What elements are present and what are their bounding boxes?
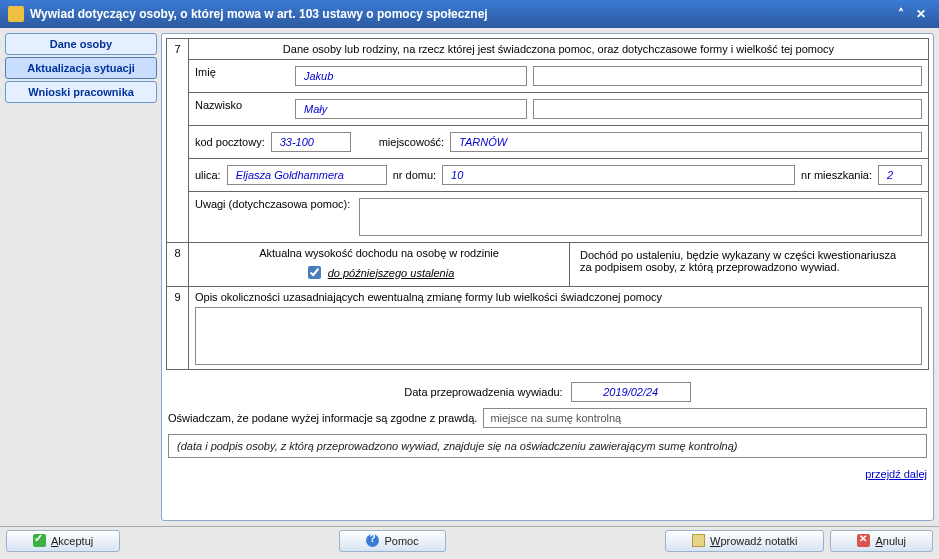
- app-icon: [8, 6, 24, 22]
- form-table: 7 Dane osoby lub rodziny, na rzecz które…: [166, 38, 929, 370]
- field-imie2[interactable]: [533, 66, 922, 86]
- label-miejscowosc: miejscowość:: [379, 136, 444, 148]
- sidebar: Dane osoby Aktualizacja sytuacji Wnioski…: [5, 33, 157, 521]
- sidebar-tab-dane-osoby[interactable]: Dane osoby: [5, 33, 157, 55]
- sidebar-tab-wnioski[interactable]: Wnioski pracownika: [5, 81, 157, 103]
- field-nrm[interactable]: [878, 165, 922, 185]
- main-panel: 7 Dane osoby lub rodziny, na rzecz które…: [161, 33, 934, 521]
- cancel-button[interactable]: Anuluj: [830, 530, 933, 552]
- label-nrm: nr mieszkania:: [801, 169, 872, 181]
- footer: Akceptuj Pomoc Wprowadź notatki Anuluj: [0, 526, 939, 554]
- minimize-icon[interactable]: ˄: [891, 7, 911, 21]
- accept-button[interactable]: Akceptuj: [6, 530, 120, 552]
- label-date: Data przeprowadzenia wywiadu:: [404, 386, 562, 398]
- label-ulica: ulica:: [195, 169, 221, 181]
- section7-number: 7: [167, 39, 189, 243]
- field-checksum[interactable]: miejsce na sumę kontrolną: [483, 408, 927, 428]
- section9-textarea[interactable]: [195, 307, 922, 365]
- sidebar-tab-aktualizacja[interactable]: Aktualizacja sytuacji: [5, 57, 157, 79]
- label-nazwisko: Nazwisko: [195, 99, 289, 119]
- notes-button[interactable]: Wprowadź notatki: [665, 530, 824, 552]
- label-kod: kod pocztowy:: [195, 136, 265, 148]
- close-icon[interactable]: ✕: [911, 7, 931, 21]
- signature-note: (data i podpis osoby, z którą przeprowad…: [168, 434, 927, 458]
- section8-number: 8: [167, 243, 189, 287]
- section8-right-text: Dochód po ustaleniu, będzie wykazany w c…: [576, 247, 922, 275]
- field-miejscowosc[interactable]: [450, 132, 922, 152]
- label-uwagi: Uwagi (dotychczasowa pomoc):: [195, 198, 353, 210]
- label-nrdomu: nr domu:: [393, 169, 436, 181]
- field-uwagi[interactable]: [359, 198, 922, 236]
- titlebar: Wywiad dotyczący osoby, o której mowa w …: [0, 0, 939, 28]
- help-button[interactable]: Pomoc: [339, 530, 445, 552]
- checkbox-later-label: do późniejszego ustalenia: [328, 267, 455, 279]
- help-icon: [366, 534, 379, 547]
- section9-header: Opis okoliczności uzasadniających ewentu…: [195, 291, 922, 303]
- field-date[interactable]: 2019/02/24: [571, 382, 691, 402]
- field-nazwisko2[interactable]: [533, 99, 922, 119]
- cancel-icon: [857, 534, 870, 547]
- checkbox-later[interactable]: [308, 266, 321, 279]
- field-nrdomu[interactable]: [442, 165, 795, 185]
- declaration-text: Oświadczam, że podane wyżej informacje s…: [168, 412, 477, 424]
- window-title: Wywiad dotyczący osoby, o której mowa w …: [30, 7, 891, 21]
- field-imie[interactable]: [295, 66, 527, 86]
- section8-left-label: Aktualna wysokość dochodu na osobę w rod…: [195, 247, 563, 259]
- section7-header: Dane osoby lub rodziny, na rzecz której …: [189, 39, 929, 60]
- label-imie: Imię: [195, 66, 289, 86]
- notes-icon: [692, 534, 705, 547]
- section9-number: 9: [167, 287, 189, 370]
- field-ulica[interactable]: [227, 165, 387, 185]
- next-link[interactable]: przejdź dalej: [865, 468, 927, 480]
- check-icon: [33, 534, 46, 547]
- field-kod[interactable]: [271, 132, 351, 152]
- field-nazwisko[interactable]: [295, 99, 527, 119]
